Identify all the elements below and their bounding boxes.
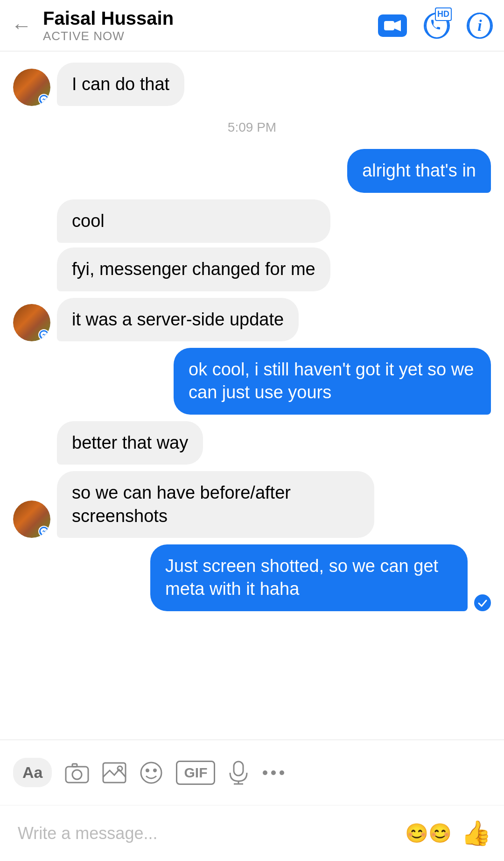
emoji-button[interactable] <box>140 761 163 784</box>
message-bubble: fyi, messenger changed for me <box>57 247 330 291</box>
header-actions: HD i <box>378 13 493 39</box>
svg-point-8 <box>147 769 149 771</box>
message-delivered-icon <box>474 594 491 611</box>
message-row: ok cool, i still haven't got it yet so w… <box>13 348 491 415</box>
message-toolbar: Aa GIF <box>0 740 504 805</box>
message-bubble: alright that's in <box>347 149 491 192</box>
svg-rect-2 <box>66 767 88 783</box>
message-row: alright that's in <box>13 149 491 192</box>
message-input-bar: Write a message... 😊😊 👍 <box>0 805 504 861</box>
message-bubble: cool <box>57 199 330 243</box>
messenger-badge <box>38 329 49 340</box>
message-row: better that way <box>13 421 491 465</box>
text-input-button[interactable]: Aa <box>13 758 52 787</box>
video-call-button[interactable] <box>378 14 407 37</box>
message-bubble: ok cool, i still haven't got it yet so w… <box>174 348 491 415</box>
chat-messages: I can do that 5:09 PM alright that's in … <box>0 51 504 740</box>
microphone-button[interactable] <box>228 761 249 785</box>
message-bubble: I can do that <box>57 63 184 106</box>
timestamp: 5:09 PM <box>13 120 491 135</box>
message-row: Just screen shotted, so we can get meta … <box>13 544 491 611</box>
svg-point-9 <box>154 769 156 771</box>
back-button[interactable]: ← <box>11 14 32 37</box>
info-button[interactable]: i <box>467 13 493 39</box>
svg-rect-0 <box>384 21 394 30</box>
message-bubble: better that way <box>57 421 203 465</box>
contact-name: Faisal Hussain <box>43 8 378 29</box>
svg-point-7 <box>141 762 161 783</box>
message-input[interactable]: Write a message... <box>13 824 396 843</box>
messenger-badge <box>38 94 49 105</box>
avatar <box>13 501 50 538</box>
message-row: cool fyi, messenger changed for me <box>13 199 491 291</box>
svg-rect-10 <box>234 762 243 776</box>
message-group: cool fyi, messenger changed for me <box>57 199 330 291</box>
camera-button[interactable] <box>65 762 89 783</box>
svg-rect-4 <box>72 764 77 767</box>
message-row: I can do that <box>13 63 491 106</box>
emoji-faces-icon: 😊😊 <box>405 822 452 844</box>
message-row: so we can have before/after screenshots <box>13 471 491 538</box>
svg-point-3 <box>72 770 82 779</box>
more-button[interactable] <box>262 769 285 776</box>
thumbs-up-button[interactable]: 👍 <box>461 819 491 848</box>
svg-point-15 <box>280 770 284 775</box>
contact-info: Faisal Hussain ACTIVE NOW <box>43 8 378 43</box>
message-bubble: Just screen shotted, so we can get meta … <box>150 544 468 611</box>
emoji-group: 😊😊 <box>405 822 452 844</box>
messenger-badge <box>38 526 49 537</box>
message-bubble: so we can have before/after screenshots <box>57 471 374 538</box>
message-row: it was a server-side update <box>13 298 491 341</box>
svg-marker-1 <box>394 20 401 31</box>
voice-call-button[interactable]: HD <box>424 13 450 39</box>
svg-point-6 <box>118 766 122 771</box>
gif-button[interactable]: GIF <box>176 761 215 785</box>
image-button[interactable] <box>102 762 126 783</box>
avatar <box>13 304 50 341</box>
avatar <box>13 69 50 106</box>
contact-status: ACTIVE NOW <box>43 29 378 43</box>
svg-point-14 <box>271 770 276 775</box>
chat-header: ← Faisal Hussain ACTIVE NOW HD i <box>0 0 504 51</box>
svg-point-13 <box>263 770 267 775</box>
message-bubble: it was a server-side update <box>57 298 299 341</box>
